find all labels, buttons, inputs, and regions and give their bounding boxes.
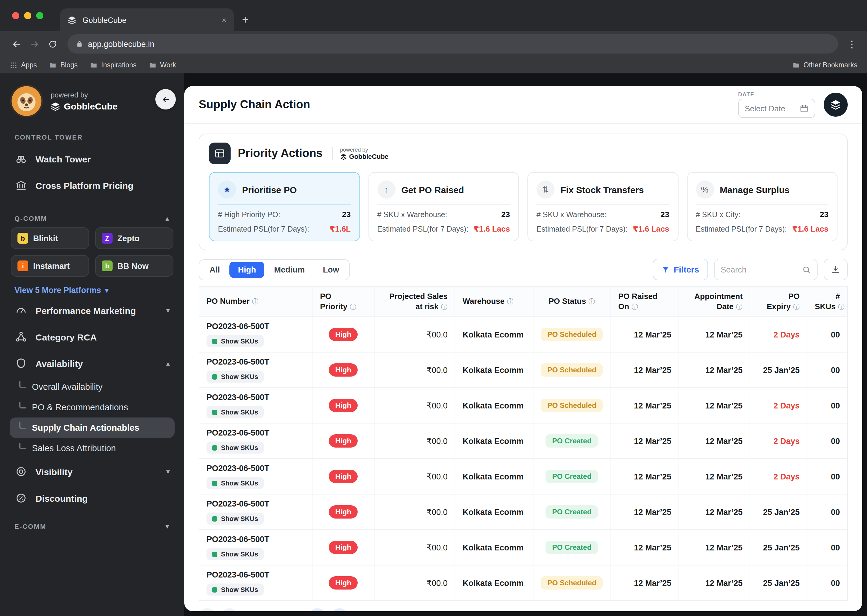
- info-icon[interactable]: ⓘ: [350, 303, 356, 310]
- sidebar-item-category-rca[interactable]: Category RCA: [9, 324, 175, 350]
- collapse-sidebar-button[interactable]: [155, 89, 176, 110]
- warehouse: Kolkata Ecomm: [455, 317, 533, 352]
- tab-title: GobbleCube: [82, 15, 216, 24]
- platform-zepto[interactable]: Z Zepto: [95, 227, 173, 249]
- minimize-window-button[interactable]: [24, 12, 31, 19]
- column-header: Appointment Dateⓘ: [679, 287, 750, 317]
- funnel-icon: [662, 266, 670, 273]
- bookmark-work[interactable]: Work: [149, 61, 176, 69]
- info-icon[interactable]: ⓘ: [736, 303, 742, 310]
- instamart-icon: i: [17, 261, 28, 271]
- platform-bbnow[interactable]: b BB Now: [95, 255, 173, 277]
- info-icon[interactable]: ⓘ: [588, 298, 595, 305]
- info-icon[interactable]: ⓘ: [252, 298, 259, 305]
- address-bar[interactable]: app.gobblecube.in: [68, 34, 838, 53]
- card-manage-surplus[interactable]: % Manage Surplus # SKU x City:23 Estimat…: [687, 172, 837, 241]
- show-skus-button[interactable]: Show SKUs: [207, 335, 263, 347]
- sidebar-item-overall-availability[interactable]: Overall Availability: [9, 377, 175, 397]
- maximize-window-button[interactable]: [36, 12, 43, 19]
- card-prioritise-po[interactable]: ★ Prioritise PO # High Priority PO:23 Es…: [209, 172, 360, 241]
- tab-medium[interactable]: Medium: [266, 261, 314, 278]
- sidebar-item-po-recommendations[interactable]: PO & Recommendations: [9, 397, 175, 418]
- tab-low[interactable]: Low: [315, 261, 348, 278]
- info-icon[interactable]: ⓘ: [632, 303, 638, 310]
- priority-badge: High: [329, 399, 358, 412]
- platform-label: Blinkit: [33, 234, 58, 243]
- card-get-po-raised[interactable]: ↑ Get PO Raised # SKU x Warehouse:23 Est…: [368, 172, 519, 241]
- url-text: app.gobblecube.in: [88, 39, 154, 49]
- browser-menu-icon[interactable]: ⋮: [844, 38, 860, 50]
- stat-value: ₹1.6 Lacs: [473, 225, 510, 233]
- priority-actions-box: Priority Actions powered by GobbleCube: [199, 134, 848, 250]
- first-page-button[interactable]: «: [199, 608, 216, 611]
- sidebar-item-supply-chain-actionables[interactable]: Supply Chain Actionables: [9, 418, 175, 438]
- tab-all[interactable]: All: [201, 261, 229, 278]
- show-skus-button[interactable]: Show SKUs: [207, 442, 263, 454]
- sidebar-item-sales-loss-attribution[interactable]: Sales Loss Attribution: [9, 438, 175, 458]
- info-icon[interactable]: ⓘ: [507, 298, 514, 305]
- sku-count: 00: [807, 565, 847, 601]
- bookmark-blogs[interactable]: Blogs: [49, 61, 78, 69]
- gobblecube-fab-button[interactable]: [824, 93, 848, 117]
- prev-page-button[interactable]: ‹: [221, 608, 238, 611]
- browser-tab[interactable]: GobbleCube ×: [60, 8, 233, 31]
- table-header-row: PO NumberⓘPO PriorityⓘProjected Sales at…: [199, 287, 847, 317]
- section-ecomm[interactable]: E-COMM ▾: [14, 522, 170, 531]
- date-picker-input[interactable]: Select Date: [738, 99, 815, 118]
- card-fix-stock-transfers[interactable]: ⇅ Fix Stock Transfers # SKU x Warehouse:…: [527, 172, 678, 241]
- last-page-button[interactable]: »: [309, 608, 325, 611]
- po-raised-on: 12 Mar’25: [611, 530, 679, 565]
- sidebar-item-availability[interactable]: Availability ▴: [9, 350, 175, 377]
- show-skus-button[interactable]: Show SKUs: [207, 548, 263, 560]
- bookmark-apps[interactable]: Apps: [9, 61, 37, 69]
- projected-sales: ₹00.0: [374, 459, 455, 494]
- screen: GobbleCube × + app.gobblecube.in ⋮: [0, 0, 867, 616]
- sidebar-item-discounting[interactable]: Discounting: [9, 485, 175, 511]
- show-skus-button[interactable]: Show SKUs: [207, 583, 263, 596]
- back-icon[interactable]: [7, 35, 25, 53]
- arrow-up-icon: ↑: [377, 181, 395, 198]
- other-bookmarks[interactable]: Other Bookmarks: [792, 61, 858, 69]
- close-window-button[interactable]: [12, 12, 19, 19]
- view-more-platforms-link[interactable]: View 5 More Platforms ▾: [14, 285, 170, 295]
- sidebar-item-visibility[interactable]: Visibility ▾: [9, 458, 175, 485]
- sidebar-item-watch-tower[interactable]: Watch Tower: [9, 146, 175, 172]
- sidebar-item-label: Cross Platform Pricing: [36, 180, 133, 190]
- search-box[interactable]: [714, 259, 818, 280]
- powered-by-label: powered by: [50, 91, 117, 99]
- platform-instamart[interactable]: i Instamart: [11, 255, 89, 277]
- platform-blinkit[interactable]: b Blinkit: [11, 227, 89, 249]
- info-icon[interactable]: ⓘ: [793, 303, 799, 310]
- next-page-button[interactable]: ›: [331, 608, 348, 611]
- show-skus-button[interactable]: Show SKUs: [207, 512, 263, 525]
- info-icon[interactable]: ⓘ: [441, 303, 448, 310]
- appointment-date: 12 Mar’25: [679, 388, 750, 423]
- sidebar-item-cross-platform-pricing[interactable]: Cross Platform Pricing: [9, 172, 175, 198]
- column-header: PO Raised Onⓘ: [611, 287, 679, 317]
- sku-icon: [212, 409, 218, 415]
- priority-badge: High: [329, 434, 358, 448]
- gobblecube-logo-icon: [50, 101, 60, 111]
- po-number: PO2023-06-500T: [207, 499, 305, 508]
- tree-elbow-icon: [19, 402, 26, 408]
- new-tab-button[interactable]: +: [233, 8, 257, 31]
- bookmark-inspirations[interactable]: Inspirations: [90, 61, 137, 69]
- warehouse: Kolkata Ecomm: [455, 459, 533, 494]
- search-input[interactable]: [721, 265, 802, 274]
- download-button[interactable]: [824, 259, 848, 280]
- info-icon[interactable]: ⓘ: [838, 303, 845, 310]
- po-number: PO2023-06-500T: [207, 570, 305, 579]
- tab-high[interactable]: High: [230, 261, 265, 278]
- warehouse: Kolkata Ecomm: [455, 423, 533, 459]
- refresh-icon[interactable]: [43, 35, 61, 53]
- po-number: PO2023-06-500T: [207, 535, 305, 544]
- sidebar-item-performance-marketing[interactable]: Performance Marketing ▾: [9, 297, 175, 324]
- forward-icon[interactable]: [25, 35, 43, 53]
- section-qcomm[interactable]: Q-COMM ▴: [14, 214, 170, 223]
- show-skus-button[interactable]: Show SKUs: [207, 477, 263, 489]
- platform-label: Instamart: [33, 261, 70, 270]
- show-skus-button[interactable]: Show SKUs: [207, 406, 263, 418]
- filters-button[interactable]: Filters: [653, 259, 708, 280]
- tab-close-icon[interactable]: ×: [222, 15, 226, 24]
- show-skus-button[interactable]: Show SKUs: [207, 371, 263, 383]
